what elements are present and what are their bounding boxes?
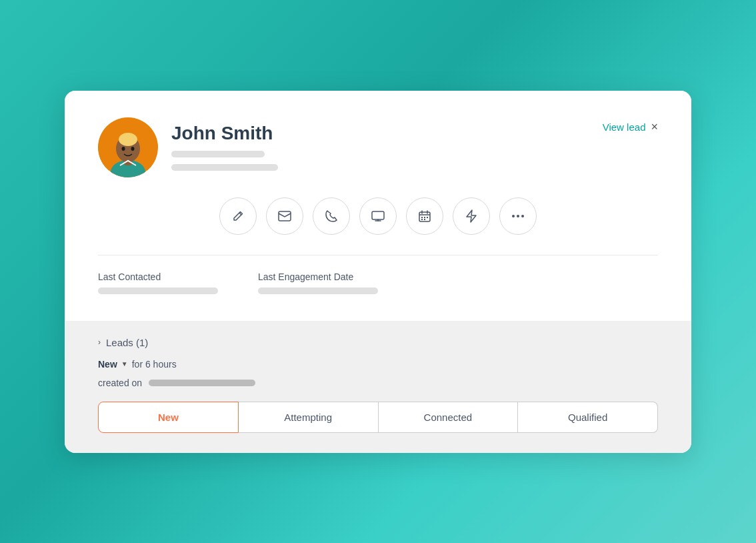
card-bottom: › Leads (1) New ▼ for 6 hours created on… — [65, 321, 691, 453]
svg-point-17 — [521, 215, 524, 217]
contact-name: John Smith — [171, 123, 278, 144]
email-button[interactable] — [266, 197, 303, 235]
svg-rect-10 — [421, 217, 423, 218]
calendar-button[interactable] — [406, 197, 443, 235]
chevron-down-icon[interactable]: › — [98, 338, 101, 347]
svg-point-4 — [119, 133, 137, 146]
connect-button[interactable] — [453, 197, 490, 235]
actions-row — [98, 197, 658, 235]
svg-point-5 — [122, 147, 125, 151]
created-label: created on — [98, 378, 142, 388]
svg-point-15 — [512, 215, 515, 217]
leads-header: › Leads (1) — [98, 337, 658, 348]
screen-button[interactable] — [359, 197, 397, 235]
created-value — [149, 380, 255, 386]
stage-qualified-button[interactable]: Qualified — [518, 402, 658, 433]
svg-rect-7 — [279, 211, 291, 221]
svg-rect-13 — [421, 219, 423, 220]
svg-rect-12 — [427, 217, 428, 218]
svg-rect-11 — [424, 217, 425, 218]
lead-status-row: New ▼ for 6 hours — [98, 359, 658, 370]
lead-status-text: New — [98, 359, 117, 370]
last-engagement-field: Last Engagement Date — [258, 272, 378, 294]
more-button[interactable] — [499, 197, 537, 235]
header-row: John Smith View lead × — [98, 117, 658, 177]
last-contacted-field: Last Contacted — [98, 272, 218, 294]
avatar — [98, 117, 158, 177]
status-dropdown-icon[interactable]: ▼ — [121, 360, 128, 368]
last-engagement-value — [258, 288, 378, 294]
call-button[interactable] — [313, 197, 350, 235]
svg-point-6 — [131, 147, 135, 151]
last-contacted-value — [98, 288, 218, 294]
skeleton-line-2 — [171, 164, 278, 171]
profile-section: John Smith — [98, 117, 278, 177]
lead-duration-text: for 6 hours — [132, 359, 177, 370]
edit-button[interactable] — [219, 197, 257, 235]
svg-rect-8 — [372, 211, 384, 219]
skeleton-line-1 — [171, 151, 265, 157]
contact-card: John Smith View lead × — [65, 91, 691, 453]
stage-buttons: New Attempting Connected Qualified — [98, 402, 658, 433]
profile-info: John Smith — [171, 123, 278, 171]
fields-row: Last Contacted Last Engagement Date — [98, 272, 658, 294]
leads-title: Leads (1) — [106, 337, 148, 348]
background: John Smith View lead × — [0, 0, 756, 543]
created-row: created on — [98, 378, 658, 388]
divider — [98, 255, 658, 255]
card-top: John Smith View lead × — [65, 91, 691, 321]
close-icon[interactable]: × — [651, 120, 658, 134]
stage-connected-button[interactable]: Connected — [379, 402, 519, 433]
svg-rect-14 — [424, 219, 425, 220]
last-engagement-label: Last Engagement Date — [258, 272, 378, 282]
svg-point-16 — [517, 215, 519, 217]
view-lead-label: View lead — [603, 121, 646, 133]
view-lead-link[interactable]: View lead × — [603, 120, 658, 134]
last-contacted-label: Last Contacted — [98, 272, 218, 282]
stage-attempting-button[interactable]: Attempting — [239, 402, 379, 433]
stage-new-button[interactable]: New — [98, 402, 239, 433]
